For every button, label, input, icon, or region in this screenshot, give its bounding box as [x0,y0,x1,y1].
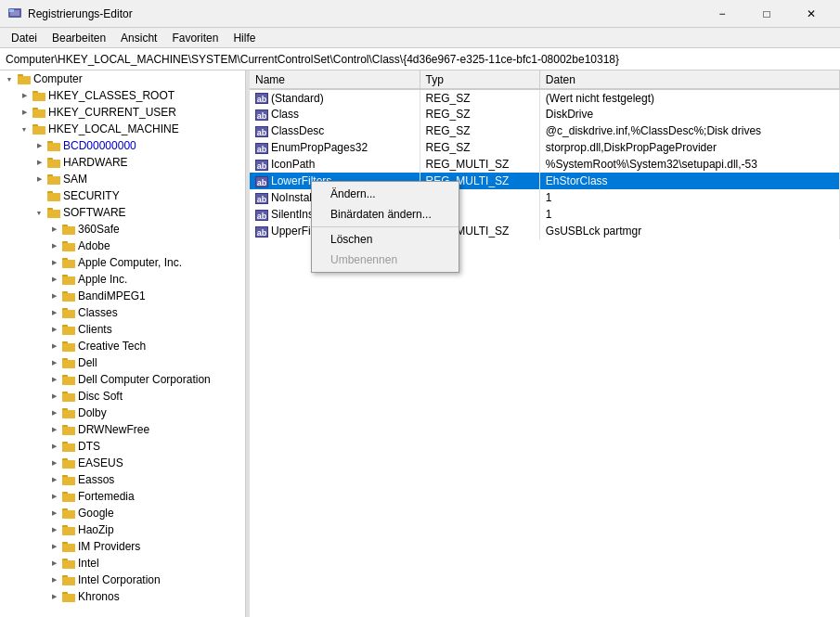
expander-bandimpeg[interactable] [46,289,61,303]
expander-dellcorp[interactable] [46,372,61,387]
tree-item-360safe[interactable]: 360Safe [0,221,245,238]
expander-bcd[interactable] [32,138,46,153]
menu-ansicht[interactable]: Ansicht [113,30,164,46]
expander-dell[interactable] [46,355,61,370]
expander-discsoft[interactable] [46,389,61,404]
menu-hilfe[interactable]: Hilfe [226,30,263,46]
expander-hklm[interactable] [17,122,32,136]
expander-fortemedia[interactable] [46,489,61,504]
expander-hkcr[interactable] [17,88,32,103]
folder-icon-easeus [61,456,76,469]
expander-khronos[interactable] [46,589,61,604]
table-row[interactable]: abClassDescREG_SZ@c_diskdrive.inf,%Class… [250,122,840,139]
tree-item-sam[interactable]: SAM [0,171,245,187]
expander-haozip[interactable] [46,522,61,537]
expander-360safe[interactable] [46,222,61,237]
expander-eassos[interactable] [46,472,61,487]
folder-icon-dts [61,440,76,453]
tree-item-khronos[interactable]: Khronos [0,588,245,605]
tree-item-discsoft[interactable]: Disc Soft [0,388,245,405]
table-row[interactable]: ab(Standard)REG_SZ(Wert nicht festgelegt… [250,89,840,106]
expander-drwnewfree[interactable] [46,422,61,437]
tree-item-adobe[interactable]: Adobe [0,238,245,254]
table-row[interactable]: abClassREG_SZDiskDrive [250,106,840,122]
expander-dolby[interactable] [46,405,61,420]
expander-google[interactable] [46,506,61,521]
tree-item-haozip[interactable]: HaoZip [0,521,245,538]
svg-rect-41 [62,276,75,285]
expander-intelcorp[interactable] [46,572,61,587]
tree-item-improviders[interactable]: IM Providers [0,538,245,555]
ctx-item-loeschen[interactable]: Löschen [312,229,459,250]
reg-name-cell: abEnumPropPages32 [250,139,420,156]
tree-item-fortemedia[interactable]: Fortemedia [0,488,245,505]
expander-creativetech[interactable] [46,339,61,353]
svg-rect-11 [32,109,45,118]
minimize-button[interactable]: − [701,0,743,28]
tree-item-bcd[interactable]: BCD00000000 [0,137,245,154]
folder-icon-adobe [61,239,76,252]
tree-item-dts[interactable]: DTS [0,438,245,455]
tree-item-hklm[interactable]: HKEY_LOCAL_MACHINE [0,121,245,137]
tree-item-applecomputer[interactable]: Apple Computer, Inc. [0,254,245,271]
expander-software[interactable] [32,205,46,220]
reg-type-cell: REG_MULTI_SZ [420,156,539,173]
tree-item-dell[interactable]: Dell [0,354,245,371]
table-row[interactable]: abIconPathREG_MULTI_SZ%SystemRoot%\Syste… [250,156,840,173]
tree-item-clients[interactable]: Clients [0,321,245,338]
expander-easeus[interactable] [46,456,61,470]
tree-item-classes[interactable]: Classes [0,304,245,321]
tree-item-intelcorp[interactable]: Intel Corporation [0,572,245,588]
expander-sam[interactable] [32,172,46,186]
expander-hardware[interactable] [32,155,46,170]
svg-rect-5 [18,76,31,84]
tree-item-creativetech[interactable]: Creative Tech [0,338,245,354]
tree-item-google[interactable]: Google [0,505,245,521]
tree-item-dellcorp[interactable]: Dell Computer Corporation [0,371,245,388]
expander-adobe[interactable] [46,238,61,253]
registry-table-container[interactable]: Name Typ Daten ab(Standard)REG_SZ(Wert n… [250,71,840,617]
expander-classes[interactable] [46,305,61,320]
tree-item-eassos[interactable]: Eassos [0,471,245,488]
expander-intel[interactable] [46,556,61,571]
tree-item-intel[interactable]: Intel [0,555,245,572]
reg-data-cell: 1 [539,206,839,223]
tree-item-hardware[interactable]: HARDWARE [0,154,245,171]
expander-hkcu[interactable] [17,105,32,120]
reg-name-cell: ab(Standard) [250,89,420,106]
ctx-item-aendern[interactable]: Ändern... [312,184,459,204]
tree-label-discsoft: Disc Soft [78,388,123,405]
tree-panel[interactable]: Computer HKEY_CLASSES_ROOT HKEY_CURRENT_… [0,71,246,617]
tree-item-drwnewfree[interactable]: DRWNewFree [0,421,245,438]
tree-item-hkcr[interactable]: HKEY_CLASSES_ROOT [0,87,245,104]
expander-applecomputer[interactable] [46,255,61,270]
svg-rect-77 [62,477,75,485]
ctx-item-binaer[interactable]: Binärdaten ändern... [312,204,459,225]
tree-item-easeus[interactable]: EASEUS [0,455,245,471]
tree-item-security[interactable]: SECURITY [0,187,245,204]
close-button[interactable]: ✕ [790,0,833,28]
svg-rect-35 [62,243,75,251]
folder-icon-software [46,206,61,219]
tree-item-software[interactable]: SOFTWARE [0,204,245,221]
tree-label-drwnewfree: DRWNewFree [78,421,149,438]
tree-item-computer[interactable]: Computer [0,71,245,87]
tree-item-dolby[interactable]: Dolby [0,405,245,421]
ctx-separator [312,226,459,227]
tree-item-hkcu[interactable]: HKEY_CURRENT_USER [0,104,245,121]
expander-computer[interactable] [2,71,17,86]
tree-item-appleinc[interactable]: Apple Inc. [0,271,245,288]
tree-item-bandimpeg[interactable]: BandiMPEG1 [0,288,245,304]
menu-favoriten[interactable]: Favoriten [164,30,226,46]
expander-improviders[interactable] [46,539,61,554]
menu-datei[interactable]: Datei [4,30,45,46]
expander-clients[interactable] [46,322,61,337]
expander-dts[interactable] [46,439,61,454]
maximize-button[interactable]: □ [745,0,788,28]
title-bar-left: Registrierungs-Editor [7,6,133,21]
menu-bearbeiten[interactable]: Bearbeiten [45,30,113,46]
col-type: Typ [420,71,539,89]
expander-appleinc[interactable] [46,272,61,287]
reg-data-cell: DiskDrive [539,106,839,122]
table-row[interactable]: abEnumPropPages32REG_SZstorprop.dll,Disk… [250,139,840,156]
